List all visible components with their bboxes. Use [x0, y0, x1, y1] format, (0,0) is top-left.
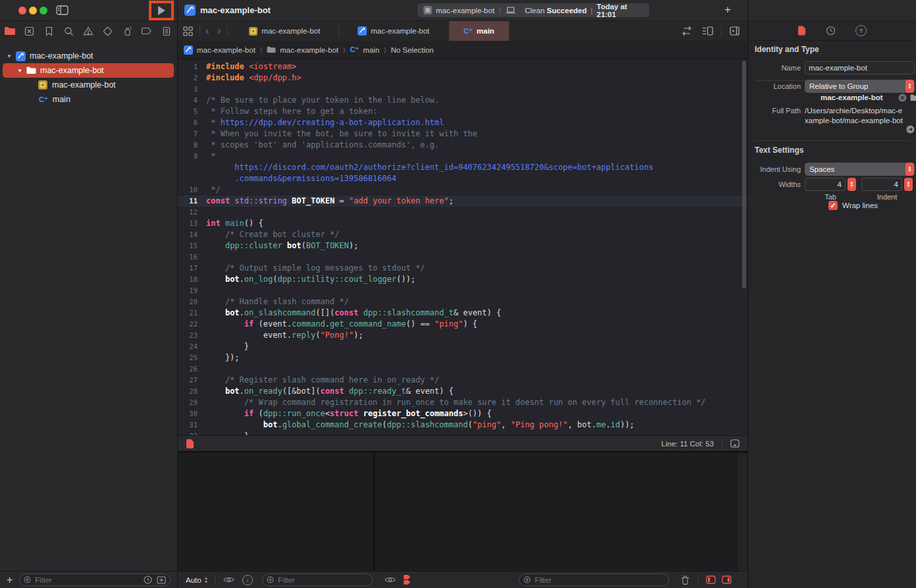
code-line[interactable]: 8 * scopes 'bot' and 'applications.comma… [178, 140, 747, 151]
tab-main-active[interactable]: C⁺ main [449, 21, 509, 41]
find-navigator-icon[interactable] [61, 24, 76, 38]
code-line[interactable]: 21 bot.on_slashcommand([](const dpp::sla… [178, 307, 747, 319]
code-line[interactable]: 16 [178, 252, 747, 263]
zoom-window-button[interactable] [40, 7, 47, 14]
tab-width-stepper[interactable]: ▲▼ [848, 178, 856, 191]
tree-item-main-file[interactable]: C⁺ main [0, 92, 177, 107]
file-inspector-icon[interactable] [797, 26, 806, 36]
code-line[interactable]: 26 [178, 363, 747, 375]
code-line[interactable]: 2#include <dpp/dpp.h> [178, 72, 747, 84]
code-line[interactable]: 31 bot.global_command_create(dpp::slashc… [178, 419, 747, 431]
project-navigator-icon[interactable] [3, 24, 17, 38]
breadcrumb-file[interactable]: main [363, 46, 379, 54]
code-line[interactable]: 11const std::string BOT_TOKEN = "add you… [178, 196, 747, 207]
changed-file-icon[interactable] [186, 439, 194, 448]
help-inspector-icon[interactable]: ? [855, 25, 867, 36]
close-window-button[interactable] [18, 7, 26, 14]
indent-using-dropdown[interactable]: Spaces [805, 163, 915, 176]
toggle-navigator-icon[interactable] [56, 5, 68, 15]
code-line[interactable]: 30 if (dpp::run_once<struct register_bot… [178, 408, 747, 419]
code-line[interactable]: 3 [178, 84, 747, 95]
tab-project[interactable]: mac-example-bot [348, 21, 439, 41]
activity-status[interactable]: Clean Succeeded | Today at 21:01 [519, 3, 649, 17]
wrap-lines-checkbox[interactable]: ✓ [828, 201, 838, 210]
editor-options-icon[interactable] [702, 26, 713, 36]
breadcrumb-project[interactable]: mac-example-bot [197, 46, 256, 54]
code-line[interactable]: 14 /* Create bot cluster */ [178, 229, 747, 240]
clear-circle-icon[interactable] [898, 94, 907, 102]
name-field[interactable]: mac-example-bot [805, 61, 915, 74]
breakpoints-navigator-icon[interactable] [140, 24, 154, 38]
code-line[interactable]: https://discord.com/oauth2/authorize?cli… [178, 162, 747, 173]
navigator-divider[interactable] [177, 0, 178, 588]
show-variables-view-toggle[interactable] [706, 575, 716, 584]
debug-navigator-icon[interactable] [121, 24, 135, 38]
choose-folder-icon[interactable] [910, 94, 916, 101]
console-view[interactable] [375, 452, 747, 572]
bookmarks-navigator-icon[interactable] [42, 24, 57, 38]
info-icon[interactable]: i [242, 575, 253, 585]
editor-scrollbar[interactable] [742, 61, 746, 288]
indent-dropdown-stepper-icon[interactable]: ▲▼ [905, 163, 914, 176]
code-line[interactable]: 28 bot.on_ready([&bot](const dpp::ready_… [178, 386, 747, 397]
reports-navigator-icon[interactable] [159, 24, 174, 38]
variables-view[interactable] [178, 452, 373, 572]
location-dropdown[interactable]: Relative to Group [805, 80, 915, 93]
library-plus-button[interactable]: + [724, 3, 731, 16]
code-review-icon[interactable] [681, 26, 693, 36]
back-button[interactable]: ‹ [205, 24, 209, 38]
add-file-button[interactable]: + [7, 574, 13, 586]
code-line[interactable]: 19 [178, 285, 747, 296]
related-items-grid-icon[interactable] [183, 26, 193, 36]
trash-icon[interactable] [681, 575, 689, 585]
code-line[interactable]: 9 * [178, 151, 747, 162]
code-line[interactable]: 7 * When you invite the bot, be sure to … [178, 128, 747, 140]
code-line[interactable]: 13int main() { [178, 218, 747, 229]
code-line[interactable]: 29 /* Wrap command registration in run_o… [178, 397, 747, 408]
code-line[interactable]: 4/* Be sure to place your token in the l… [178, 95, 747, 106]
recent-files-clock-icon[interactable] [144, 575, 152, 584]
console-scrollbar-track[interactable] [738, 454, 747, 572]
variables-scope-dropdown[interactable]: Auto [186, 576, 202, 584]
tree-item-group[interactable]: ▾ mac-example-bot [0, 63, 177, 78]
navigator-filter-input[interactable]: Filter [19, 574, 171, 586]
code-line[interactable]: .commands&permissions=139586816064 [178, 173, 747, 184]
code-line[interactable]: 27 /* Register slash command here in on_… [178, 375, 747, 386]
breakpoints-enabled-icon[interactable] [404, 575, 410, 585]
code-line[interactable]: 23 event.reply("Pong!"); [178, 330, 747, 341]
eye-icon[interactable] [385, 576, 396, 583]
indent-width-stepper[interactable]: ▲▼ [904, 178, 913, 191]
code-line[interactable]: 15 dpp::cluster bot(BOT_TOKEN); [178, 240, 747, 252]
disclosure-icon[interactable]: ▾ [16, 67, 24, 74]
variables-filter-input[interactable]: Filter [262, 574, 373, 586]
tab-width-field[interactable]: 4 [805, 178, 846, 191]
eye-icon[interactable] [223, 576, 234, 583]
disclosure-icon[interactable]: ▾ [5, 53, 13, 59]
code-line[interactable]: 24 } [178, 341, 747, 352]
code-line[interactable]: 10 */ [178, 184, 747, 196]
open-path-arrow-icon[interactable] [906, 125, 915, 134]
minimize-window-button[interactable] [29, 7, 37, 14]
code-line[interactable]: 5 * Follow steps here to get a token: [178, 106, 747, 117]
code-line[interactable]: 17 /* Output simple log messages to stdo… [178, 263, 747, 274]
breadcrumb-selection[interactable]: No Selection [391, 46, 433, 54]
tests-navigator-icon[interactable] [101, 24, 115, 38]
tree-item-target[interactable]: mac-example-bot [0, 78, 177, 92]
issues-navigator-icon[interactable] [81, 24, 95, 38]
breadcrumb-group[interactable]: mac-example-bot [280, 46, 338, 54]
add-editor-icon[interactable] [730, 26, 740, 36]
code-line[interactable]: 1#include <iostream> [178, 61, 747, 72]
source-control-status-icon[interactable] [157, 576, 166, 584]
code-line[interactable]: 18 bot.on_log(dpp::utility::cout_logger(… [178, 274, 747, 285]
code-line[interactable]: 6 * https://dpp.dev/creating-a-bot-appli… [178, 117, 747, 128]
code-line[interactable]: 20 /* Handle slash command */ [178, 296, 747, 307]
minimap-toggle-icon[interactable] [730, 439, 740, 448]
forward-button[interactable]: › [217, 24, 221, 38]
inspector-divider[interactable] [747, 0, 748, 588]
source-editor[interactable]: 1#include <iostream>2#include <dpp/dpp.h… [178, 59, 747, 456]
history-inspector-icon[interactable] [826, 26, 836, 36]
indent-width-field[interactable]: 4 [861, 178, 902, 191]
show-console-toggle[interactable] [722, 575, 732, 584]
tab-target[interactable]: mac-example-bot [240, 21, 329, 41]
location-dropdown-stepper-icon[interactable]: ▲▼ [905, 80, 914, 93]
